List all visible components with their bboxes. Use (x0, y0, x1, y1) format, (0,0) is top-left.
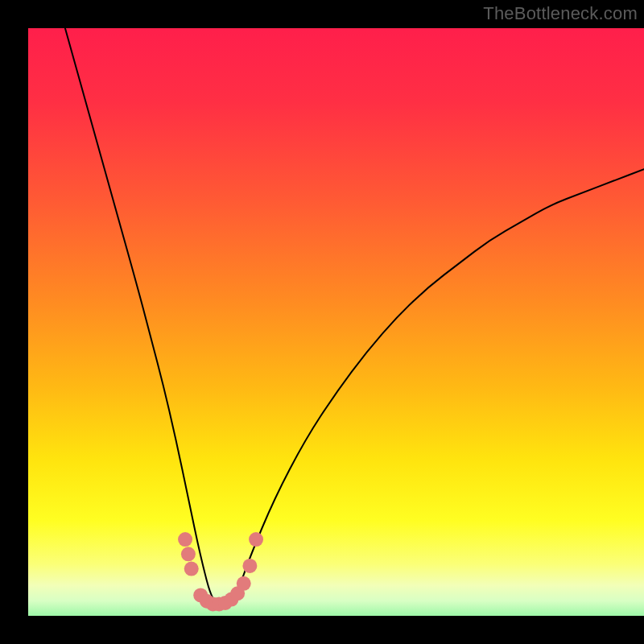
threshold-dot (242, 559, 257, 573)
threshold-dot (249, 532, 263, 547)
threshold-dot (184, 562, 199, 576)
threshold-dots (28, 28, 644, 616)
watermark-text: TheBottleneck.com (483, 3, 638, 24)
plot-area (28, 28, 644, 616)
threshold-dot (178, 532, 192, 547)
threshold-dot (237, 576, 251, 591)
chart-frame: TheBottleneck.com (0, 0, 644, 644)
threshold-dot (181, 547, 196, 561)
